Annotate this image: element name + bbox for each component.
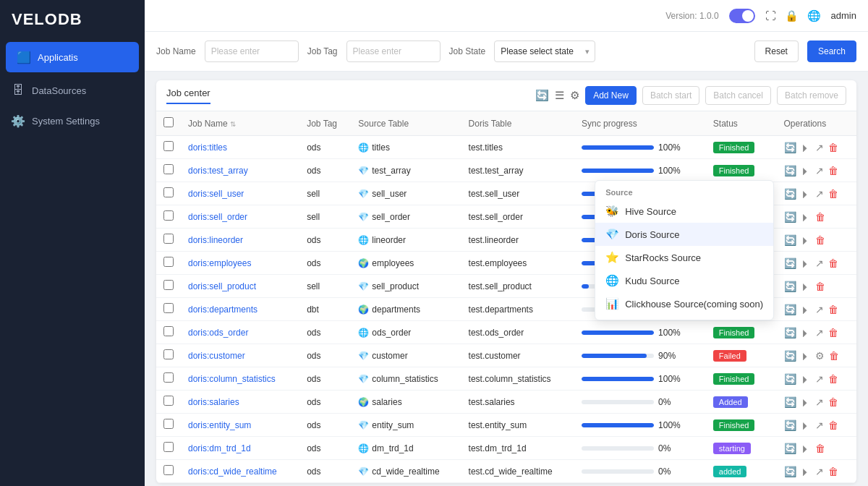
- edit-icon-12[interactable]: ↗: [815, 419, 824, 431]
- batch-remove-button[interactable]: Batch remove: [777, 86, 846, 105]
- sync-icon-14[interactable]: 🔄: [784, 466, 796, 477]
- sync-icon-1[interactable]: 🔄: [784, 165, 796, 176]
- edit-icon-7[interactable]: ↗: [815, 304, 824, 315]
- gear-icon-9[interactable]: ⚙: [815, 350, 825, 362]
- row-checkbox-7[interactable]: [163, 303, 174, 313]
- columns-icon[interactable]: ☰: [555, 89, 564, 102]
- row-checkbox-4[interactable]: [163, 234, 174, 244]
- row-checkbox-1[interactable]: [163, 164, 174, 174]
- edit-icon-10[interactable]: ↗: [815, 373, 824, 385]
- delete-icon-10[interactable]: 🗑: [828, 373, 838, 385]
- run-icon-11[interactable]: ⏵: [801, 396, 811, 408]
- row-checkbox-2[interactable]: [163, 187, 174, 197]
- job-tag-input[interactable]: [346, 40, 441, 62]
- sync-icon-6[interactable]: 🔄: [784, 281, 796, 292]
- row-checkbox-5[interactable]: [163, 257, 174, 267]
- add-new-button[interactable]: Add New: [585, 86, 637, 105]
- delete-icon-1[interactable]: 🗑: [828, 165, 838, 176]
- col-status: Status: [706, 111, 777, 136]
- sync-icon-12[interactable]: 🔄: [784, 419, 796, 431]
- reset-button[interactable]: Reset: [754, 40, 799, 62]
- edit-icon-0[interactable]: ↗: [815, 142, 824, 153]
- row-checkbox-8[interactable]: [163, 326, 174, 336]
- sync-icon-13[interactable]: 🔄: [784, 443, 796, 454]
- run-icon-3[interactable]: ⏵: [801, 211, 811, 223]
- sidebar-item-settings[interactable]: ⚙️ System Settings: [0, 106, 145, 136]
- edit-icon-5[interactable]: ↗: [815, 257, 824, 269]
- sync-icon-5[interactable]: 🔄: [784, 257, 796, 269]
- dropdown-item-kudu[interactable]: 🌐Kudu Source: [595, 269, 773, 292]
- job-state-select[interactable]: Please select state Finished Running Can…: [494, 40, 595, 62]
- row-checkbox-0[interactable]: [163, 141, 174, 151]
- delete-icon-9[interactable]: 🗑: [829, 350, 839, 362]
- sync-icon-4[interactable]: 🔄: [784, 234, 796, 246]
- row-checkbox-14[interactable]: [163, 465, 174, 475]
- row-checkbox-10[interactable]: [163, 372, 174, 383]
- edit-icon-11[interactable]: ↗: [815, 396, 824, 408]
- sidebar-item-applications[interactable]: 🟦 Applicatis: [6, 42, 139, 72]
- refresh-icon[interactable]: 🔄: [535, 89, 549, 102]
- sync-icon-10[interactable]: 🔄: [784, 373, 796, 385]
- delete-icon-6[interactable]: 🗑: [815, 281, 825, 292]
- job-name-cell: doris:lineorder: [188, 235, 243, 245]
- run-icon-13[interactable]: ⏵: [801, 443, 811, 454]
- delete-icon-7[interactable]: 🗑: [828, 304, 838, 315]
- lock-icon[interactable]: 🔒: [785, 9, 799, 22]
- run-icon-8[interactable]: ⏵: [801, 327, 811, 338]
- delete-icon-11[interactable]: 🗑: [828, 396, 838, 408]
- dropdown-item-clickhouse[interactable]: 📊Clickhouse Source(coming soon): [595, 292, 773, 315]
- batch-cancel-button[interactable]: Batch cancel: [705, 86, 771, 105]
- run-icon-9[interactable]: ⏵: [801, 350, 811, 362]
- select-all-checkbox[interactable]: [163, 117, 174, 127]
- job-name-cell: doris:employees: [188, 258, 251, 268]
- sidebar-item-datasources[interactable]: 🗄 DataSources: [0, 75, 145, 106]
- delete-icon-8[interactable]: 🗑: [828, 327, 838, 338]
- run-icon-14[interactable]: ⏵: [801, 466, 811, 477]
- run-icon-1[interactable]: ⏵: [801, 165, 811, 176]
- row-checkbox-6[interactable]: [163, 280, 174, 290]
- delete-icon-14[interactable]: 🗑: [828, 466, 838, 477]
- edit-icon-1[interactable]: ↗: [815, 165, 824, 176]
- run-icon-10[interactable]: ⏵: [801, 373, 811, 385]
- sync-icon-3[interactable]: 🔄: [784, 211, 796, 223]
- run-icon-2[interactable]: ⏵: [801, 188, 811, 200]
- row-checkbox-9[interactable]: [163, 349, 174, 359]
- table-row: doris:cd_wide_realtime ods 💎cd_wide_real…: [156, 460, 856, 483]
- row-checkbox-12[interactable]: [163, 419, 174, 429]
- settings2-icon[interactable]: ⚙: [570, 89, 579, 102]
- delete-icon-4[interactable]: 🗑: [815, 234, 825, 246]
- search-button[interactable]: Search: [807, 40, 856, 62]
- dropdown-item-starrocks[interactable]: ⭐StarRocks Source: [595, 246, 773, 269]
- edit-icon-8[interactable]: ↗: [815, 327, 824, 338]
- run-icon-5[interactable]: ⏵: [801, 257, 811, 269]
- delete-icon-12[interactable]: 🗑: [828, 419, 838, 431]
- batch-start-button[interactable]: Batch start: [642, 86, 699, 105]
- delete-icon-2[interactable]: 🗑: [828, 188, 838, 200]
- run-icon-12[interactable]: ⏵: [801, 419, 811, 431]
- expand-icon[interactable]: ⛶: [765, 9, 776, 22]
- sync-icon-2[interactable]: 🔄: [784, 188, 796, 200]
- row-checkbox-13[interactable]: [163, 442, 174, 452]
- sync-icon-7[interactable]: 🔄: [784, 304, 796, 315]
- sync-icon-11[interactable]: 🔄: [784, 396, 796, 408]
- delete-icon-0[interactable]: 🗑: [828, 142, 838, 153]
- run-icon-4[interactable]: ⏵: [801, 234, 811, 246]
- delete-icon-13[interactable]: 🗑: [815, 443, 825, 454]
- job-name-input[interactable]: [205, 40, 299, 62]
- run-icon-0[interactable]: ⏵: [801, 142, 811, 153]
- sync-icon-9[interactable]: 🔄: [784, 350, 796, 362]
- row-checkbox-3[interactable]: [163, 210, 174, 221]
- sync-icon-0[interactable]: 🔄: [784, 142, 796, 153]
- run-icon-7[interactable]: ⏵: [801, 304, 811, 315]
- dropdown-item-hive[interactable]: 🐝Hive Source: [595, 200, 773, 223]
- delete-icon-5[interactable]: 🗑: [828, 257, 838, 269]
- row-checkbox-11[interactable]: [163, 396, 174, 406]
- delete-icon-3[interactable]: 🗑: [815, 211, 825, 223]
- edit-icon-2[interactable]: ↗: [815, 188, 824, 200]
- lang-icon[interactable]: 🌐: [807, 9, 821, 22]
- run-icon-6[interactable]: ⏵: [801, 281, 811, 292]
- theme-toggle[interactable]: [729, 9, 755, 23]
- sync-icon-8[interactable]: 🔄: [784, 327, 796, 338]
- dropdown-item-doris[interactable]: 💎Doris Source: [595, 223, 773, 246]
- edit-icon-14[interactable]: ↗: [815, 466, 824, 477]
